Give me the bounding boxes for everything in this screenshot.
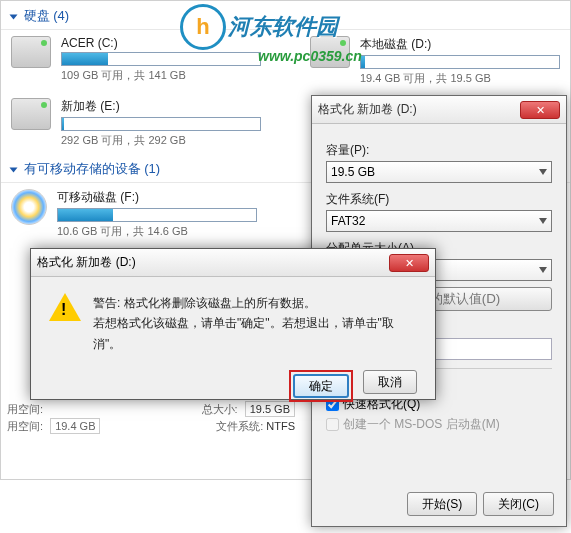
start-button[interactable]: 开始(S) [407, 492, 477, 516]
removable-icon [11, 189, 47, 225]
hdd-icon [11, 98, 51, 130]
drive-e-bar [61, 117, 261, 131]
caret-icon [10, 167, 18, 172]
confirm-line2: 若想格式化该磁盘，请单击"确定"。若想退出，请单击"取消"。 [93, 313, 417, 354]
confirm-titlebar[interactable]: 格式化 新加卷 (D:) ✕ [31, 249, 435, 277]
confirm-line1: 警告: 格式化将删除该磁盘上的所有数据。 [93, 293, 417, 313]
fs-value: NTFS [266, 420, 295, 432]
filesystem-select[interactable]: FAT32 [326, 210, 552, 232]
drive-c-size: 109 GB 可用，共 141 GB [61, 68, 261, 83]
drive-d-bar [360, 55, 560, 69]
capacity-select[interactable]: 19.5 GB [326, 161, 552, 183]
ok-highlight-box: 确定 [289, 370, 353, 402]
caret-icon [10, 14, 18, 19]
format-title: 格式化 新加卷 (D:) [318, 101, 417, 118]
free-label: 用空间: [7, 420, 43, 432]
close-icon[interactable]: ✕ [389, 254, 429, 272]
ok-button[interactable]: 确定 [293, 374, 349, 398]
chevron-down-icon [539, 169, 547, 175]
hdd-icon [11, 36, 51, 68]
cancel-button[interactable]: 取消 [363, 370, 417, 394]
chevron-down-icon [539, 267, 547, 273]
confirm-title: 格式化 新加卷 (D:) [37, 254, 136, 271]
warning-icon [49, 293, 81, 321]
chevron-down-icon [539, 218, 547, 224]
close-button[interactable]: 关闭(C) [483, 492, 554, 516]
drive-d-name: 本地磁盘 (D:) [360, 36, 560, 53]
removable-header-text: 有可移动存储的设备 (1) [24, 161, 161, 176]
free-value: 19.4 GB [50, 418, 100, 434]
msdos-checkbox [326, 418, 339, 431]
drive-c-bar [61, 52, 261, 66]
hdd-header-text: 硬盘 (4) [24, 8, 70, 23]
drive-c-name: ACER (C:) [61, 36, 261, 50]
close-icon[interactable]: ✕ [520, 101, 560, 119]
hdd-section-header[interactable]: 硬盘 (4) [1, 1, 570, 30]
filesystem-value: FAT32 [331, 214, 365, 228]
format-titlebar[interactable]: 格式化 新加卷 (D:) ✕ [312, 96, 566, 124]
filesystem-label: 文件系统(F) [326, 191, 552, 208]
msdos-label: 创建一个 MS-DOS 启动盘(M) [343, 416, 500, 433]
watermark-url: www.pc0359.cn [258, 48, 362, 64]
confirm-dialog: 格式化 新加卷 (D:) ✕ 警告: 格式化将删除该磁盘上的所有数据。 若想格式… [30, 248, 436, 400]
drive-f-bar [57, 208, 257, 222]
capacity-value: 19.5 GB [331, 165, 375, 179]
drive-d-size: 19.4 GB 可用，共 19.5 GB [360, 71, 560, 86]
capacity-label: 容量(P): [326, 142, 552, 159]
msdos-check[interactable]: 创建一个 MS-DOS 启动盘(M) [326, 416, 552, 433]
fs-label: 文件系统: [216, 420, 263, 432]
